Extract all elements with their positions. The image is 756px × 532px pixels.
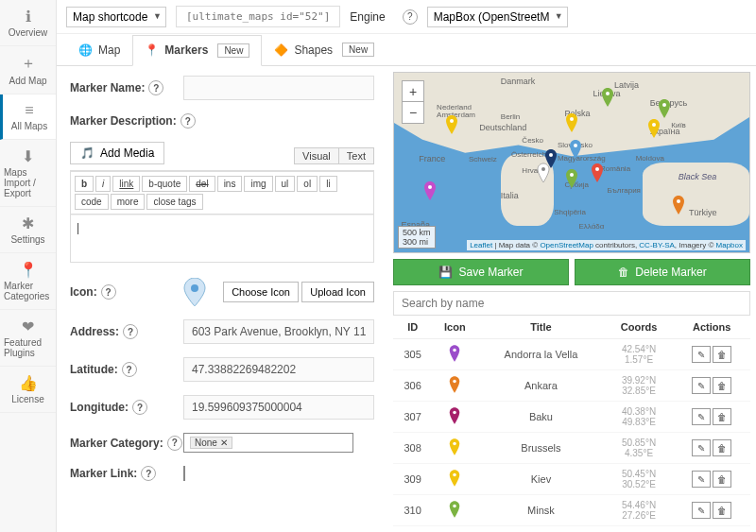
- upload-icon-button[interactable]: Upload Icon: [301, 282, 374, 302]
- table-row[interactable]: 309 Kiev 50.45°N30.52°E ✎🗑: [393, 464, 750, 495]
- sidebar-item-marker-categories[interactable]: 📍Marker Categories: [0, 253, 56, 310]
- help-icon[interactable]: ?: [101, 284, 116, 300]
- svg-point-6: [574, 144, 577, 147]
- choose-icon-button[interactable]: Choose Icon: [223, 282, 299, 302]
- help-icon[interactable]: ?: [132, 400, 147, 415]
- col-actions[interactable]: Actions: [673, 316, 750, 339]
- map-pin[interactable]: [444, 114, 459, 135]
- save-marker-button[interactable]: 💾Save Marker: [393, 259, 569, 285]
- editor-tab-visual[interactable]: Visual: [294, 147, 339, 164]
- table-row[interactable]: 306 Ankara 39.92°N32.85°E ✎🗑: [393, 370, 750, 402]
- toolbar-del[interactable]: del: [189, 176, 215, 192]
- toolbar-close-tags[interactable]: close tags: [146, 194, 202, 210]
- sidebar-item-settings[interactable]: ✱Settings: [0, 207, 56, 253]
- toolbar-ins[interactable]: ins: [217, 176, 243, 192]
- help-icon[interactable]: ?: [141, 466, 156, 481]
- editor-tab-text[interactable]: Text: [338, 147, 374, 164]
- toolbar-link[interactable]: link: [112, 176, 140, 192]
- toolbar-li[interactable]: li: [319, 176, 336, 192]
- table-row[interactable]: 308 Brussels 50.85°N4.35°E ✎🗑: [393, 433, 750, 464]
- category-tag[interactable]: None✕: [190, 437, 232, 449]
- remove-tag-icon[interactable]: ✕: [220, 438, 228, 448]
- col-id[interactable]: ID: [393, 316, 432, 339]
- sidebar-item-all-maps[interactable]: ≡All Maps: [0, 94, 56, 140]
- leaflet-link[interactable]: Leaflet: [470, 241, 492, 249]
- sidebar-item-overview[interactable]: ℹOverview: [0, 0, 56, 46]
- edit-button[interactable]: ✎: [692, 471, 711, 488]
- engine-select[interactable]: MapBox (OpenStreetM: [427, 7, 568, 27]
- delete-marker-button[interactable]: 🗑Delete Marker: [575, 259, 750, 285]
- osm-link[interactable]: OpenStreetMap: [540, 241, 593, 249]
- map-pin[interactable]: [646, 118, 662, 139]
- toolbar-more[interactable]: more: [111, 194, 146, 210]
- map-pin[interactable]: [536, 163, 551, 183]
- tab-markers[interactable]: 📍MarkersNew: [132, 35, 262, 66]
- map-preview[interactable]: Danmark Latvija Lietuva Беларусь Polska …: [393, 72, 750, 253]
- table-row[interactable]: 310 Minsk 54.46°N27.26°E ✎🗑: [393, 495, 750, 526]
- sidebar-item-add-map[interactable]: ＋Add Map: [0, 46, 56, 94]
- map-pin[interactable]: [657, 98, 672, 119]
- marker-category-select[interactable]: None✕: [183, 433, 353, 453]
- longitude-input[interactable]: [183, 395, 374, 420]
- svg-point-12: [677, 199, 680, 203]
- marker-link-checkbox[interactable]: [183, 466, 185, 481]
- shortcode-display[interactable]: [ultimate_maps id="52"]: [176, 6, 340, 27]
- sidebar-item-license[interactable]: 👍License: [0, 367, 56, 413]
- map-pin[interactable]: [590, 163, 605, 183]
- delete-button[interactable]: 🗑: [713, 377, 731, 394]
- help-icon[interactable]: ?: [148, 80, 163, 95]
- delete-button[interactable]: 🗑: [713, 439, 731, 456]
- editor-textarea[interactable]: |: [71, 215, 373, 262]
- help-icon[interactable]: ?: [123, 324, 138, 339]
- help-icon[interactable]: ?: [403, 9, 418, 25]
- map-pin[interactable]: [600, 87, 615, 108]
- help-icon[interactable]: ?: [180, 113, 196, 129]
- latitude-input[interactable]: [183, 357, 374, 382]
- sidebar-item-import-export[interactable]: ⬇Maps Import / Export: [0, 140, 56, 207]
- help-icon[interactable]: ?: [122, 362, 137, 377]
- delete-button[interactable]: 🗑: [713, 346, 731, 363]
- col-icon[interactable]: Icon: [432, 316, 477, 339]
- cell-title: Baku: [477, 402, 604, 433]
- map-pin[interactable]: [564, 168, 579, 189]
- new-badge[interactable]: New: [217, 43, 249, 58]
- add-media-button[interactable]: 🎵Add Media: [70, 142, 164, 164]
- mapbox-link[interactable]: Mapbox: [716, 241, 743, 249]
- toolbar-ol[interactable]: ol: [297, 176, 318, 192]
- col-coords[interactable]: Coords: [605, 316, 674, 339]
- edit-button[interactable]: ✎: [692, 502, 711, 519]
- delete-button[interactable]: 🗑: [713, 502, 731, 519]
- toolbar-code[interactable]: code: [75, 194, 109, 210]
- marker-search-input[interactable]: [393, 291, 750, 316]
- delete-button[interactable]: 🗑: [713, 408, 731, 425]
- new-badge[interactable]: New: [342, 43, 374, 57]
- zoom-out-button[interactable]: −: [403, 102, 423, 123]
- gear-icon: ✱: [22, 215, 34, 232]
- table-row[interactable]: 305 Andorra la Vella 42.54°N1.57°E ✎🗑: [393, 339, 750, 370]
- edit-button[interactable]: ✎: [692, 408, 711, 425]
- zoom-in-button[interactable]: +: [403, 81, 423, 102]
- edit-button[interactable]: ✎: [692, 439, 711, 456]
- map-pin[interactable]: [564, 112, 579, 133]
- map-pin[interactable]: [568, 139, 583, 160]
- tab-map[interactable]: 🌐Map: [66, 35, 132, 65]
- delete-button[interactable]: 🗑: [713, 471, 731, 488]
- col-title[interactable]: Title: [477, 316, 604, 339]
- map-pin[interactable]: [671, 195, 686, 215]
- sidebar-item-featured-plugins[interactable]: ❤Featured Plugins: [0, 310, 56, 367]
- shortcode-type-select[interactable]: Map shortcode: [66, 7, 166, 27]
- marker-name-input[interactable]: [183, 76, 374, 100]
- address-input[interactable]: [183, 319, 374, 344]
- table-row[interactable]: 307 Baku 40.38°N49.83°E ✎🗑: [393, 402, 750, 433]
- tab-shapes[interactable]: 🔶ShapesNew: [262, 34, 387, 65]
- toolbar-b[interactable]: b: [75, 176, 94, 192]
- toolbar-bquote[interactable]: b-quote: [142, 176, 187, 192]
- edit-button[interactable]: ✎: [692, 346, 711, 363]
- toolbar-ul[interactable]: ul: [275, 176, 296, 192]
- map-pin[interactable]: [422, 180, 438, 201]
- help-icon[interactable]: ?: [167, 436, 182, 451]
- cc-link[interactable]: CC-BY-SA: [639, 241, 675, 249]
- edit-button[interactable]: ✎: [692, 377, 711, 394]
- toolbar-i[interactable]: i: [95, 176, 111, 192]
- toolbar-img[interactable]: img: [244, 176, 272, 192]
